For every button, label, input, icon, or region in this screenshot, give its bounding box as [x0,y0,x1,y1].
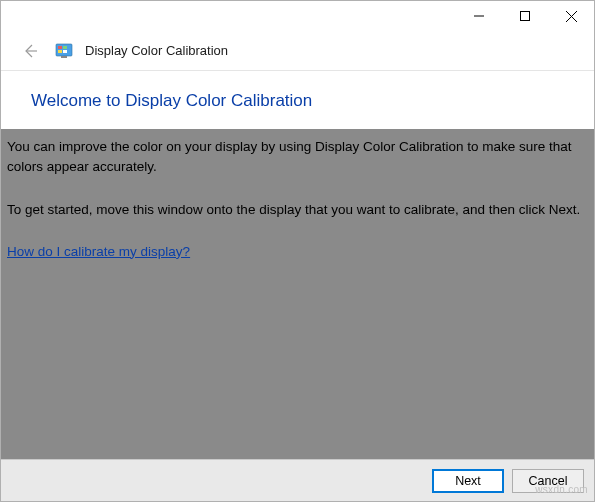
page-heading: Welcome to Display Color Calibration [1,71,594,129]
arrow-left-icon [21,42,39,60]
svg-rect-1 [521,12,530,21]
intro-paragraph-2: To get started, move this window onto th… [1,200,594,220]
maximize-icon [520,11,530,21]
titlebar [1,1,594,31]
minimize-icon [474,11,484,21]
svg-rect-8 [58,50,62,53]
svg-rect-9 [63,50,67,53]
content-area: Welcome to Display Color Calibration You… [1,71,594,459]
close-icon [566,11,577,22]
minimize-button[interactable] [456,1,502,31]
header-bar: Display Color Calibration [1,31,594,71]
body-region: You can improve the color on your displa… [1,129,594,459]
svg-rect-7 [63,46,67,49]
header-title: Display Color Calibration [85,43,228,58]
footer-bar: Next Cancel [1,459,594,501]
back-button[interactable] [17,38,43,64]
maximize-button[interactable] [502,1,548,31]
svg-rect-6 [58,46,62,49]
svg-rect-10 [61,56,67,58]
display-color-icon [55,42,73,60]
close-button[interactable] [548,1,594,31]
svg-line-2 [566,11,577,22]
next-button[interactable]: Next [432,469,504,493]
wizard-window: Display Color Calibration Welcome to Dis… [0,0,595,502]
cancel-button[interactable]: Cancel [512,469,584,493]
svg-line-3 [566,11,577,22]
help-link[interactable]: How do I calibrate my display? [1,242,196,262]
intro-paragraph-1: You can improve the color on your displa… [1,137,594,176]
